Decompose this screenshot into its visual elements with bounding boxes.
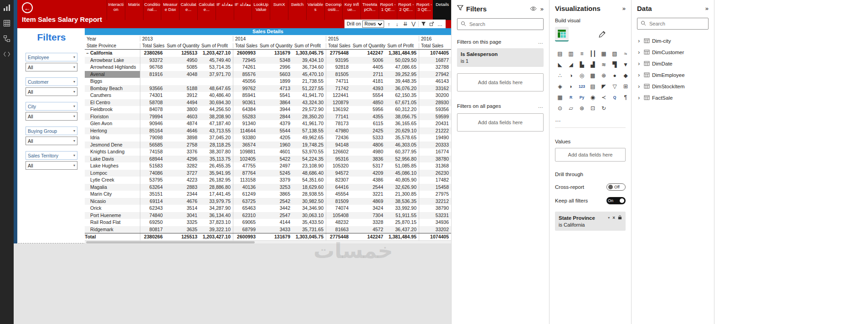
matrix-cell[interactable]: 4223 xyxy=(165,177,200,184)
matrix-cell[interactable]: 125513 xyxy=(165,50,200,57)
expand-all-levels-icon[interactable]: ⋁ xyxy=(410,20,417,27)
matrix-cell[interactable]: 58708 xyxy=(140,99,165,106)
matrix-cell[interactable]: 2497 xyxy=(258,162,293,170)
table-row[interactable]: Avenal 81916 4048 37,971.70 85576 5603 4… xyxy=(85,71,451,78)
treemap-icon[interactable]: ▩ xyxy=(588,71,598,81)
matrix-cell[interactable]: 26,182.95 xyxy=(200,177,233,184)
matrix-cell[interactable]: 35,731.65 xyxy=(293,226,326,233)
page-nav-tab[interactable]: Key Influe... xyxy=(342,0,360,20)
chevron-right-icon[interactable]: › xyxy=(638,61,642,66)
chevron-right-icon[interactable]: › xyxy=(638,38,642,44)
matrix-cell[interactable]: 74840 xyxy=(140,212,165,219)
matrix-cell[interactable]: 27975 xyxy=(419,191,451,198)
matrix-cell[interactable]: 28,118.25 xyxy=(200,142,233,149)
matrix-cell[interactable]: 79994 xyxy=(140,113,165,121)
matrix-cell[interactable]: 19,748.25 xyxy=(293,142,326,149)
matrix-cell[interactable]: 52,956.80 xyxy=(385,156,419,163)
matrix-cell[interactable]: 39,252.95 xyxy=(385,71,419,78)
matrix-cell[interactable]: 27942 xyxy=(419,71,451,78)
100-stacked-column-chart-icon[interactable]: ▧ xyxy=(610,49,620,59)
area-chart-icon[interactable]: ◣ xyxy=(555,60,565,70)
row-header-cell[interactable]: Arrowhead Highlands xyxy=(85,64,140,71)
matrix-cell[interactable]: 35,113.75 xyxy=(200,156,233,163)
page-nav-tab[interactable]: Matrix xyxy=(125,0,143,20)
matrix-cell[interactable] xyxy=(200,78,233,85)
matrix-cell[interactable]: 41,961.70 xyxy=(293,120,326,127)
matrix-cell[interactable]: 38790 xyxy=(419,205,451,212)
slicer-header[interactable]: City ▾ xyxy=(26,102,77,111)
matrix-cell[interactable]: 4601 xyxy=(258,148,293,156)
table-row[interactable]: Lytle Creek 53795 4223 26,182.95 113158 … xyxy=(85,177,451,184)
matrix-cell[interactable]: 37,971.70 xyxy=(200,71,233,78)
matrix-cell[interactable]: 120879 xyxy=(326,99,351,106)
column-header[interactable]: Sum of Profit xyxy=(200,43,233,48)
matrix-cell[interactable]: 31368 xyxy=(419,162,451,170)
page-nav-tab[interactable]: Calculate... xyxy=(197,0,216,20)
matrix-cell[interactable]: 18,629.60 xyxy=(293,184,326,191)
row-header-cell[interactable]: Caruthers xyxy=(85,92,140,99)
metrics-icon[interactable]: ⊙ xyxy=(555,103,565,113)
row-header-cell[interactable]: Floriston xyxy=(85,113,140,121)
page-nav-tab[interactable]: Report -3 QE... xyxy=(415,0,433,20)
page-nav-tab[interactable]: Switch xyxy=(288,0,306,20)
matrix-cell[interactable]: 2758 xyxy=(165,142,200,149)
filter-icon[interactable] xyxy=(420,20,427,27)
page-nav-tab[interactable]: Conditional... xyxy=(143,0,161,20)
matrix-cell[interactable]: 5544 xyxy=(258,127,293,135)
matrix-cell[interactable]: 28,938.55 xyxy=(293,191,326,198)
matrix-cell[interactable]: 55283 xyxy=(233,113,258,121)
matrix-cell[interactable]: 35151 xyxy=(140,191,165,198)
matrix-cell[interactable]: 72436 xyxy=(326,134,351,142)
matrix-cell[interactable]: 62310 xyxy=(233,212,258,219)
matrix-cell[interactable]: 48,647.65 xyxy=(200,85,233,92)
row-header-cell[interactable]: Avenal xyxy=(85,71,140,78)
table-row[interactable]: Orick 62343 3514 34,287.90 65463 3442 34… xyxy=(85,205,451,212)
row-header-cell[interactable]: Nicasio xyxy=(85,198,140,205)
matrix-cell[interactable]: 1,381,484.95 xyxy=(385,50,419,57)
matrix-cell[interactable]: 40,486.40 xyxy=(200,92,233,99)
table-row[interactable]: El Centro 58708 4494 30,694.30 90361 386… xyxy=(85,99,451,106)
slicer-dropdown[interactable]: All ▾ xyxy=(26,112,77,121)
matrix-cell[interactable]: 2996 xyxy=(258,64,293,71)
matrix-cell[interactable]: 26230 xyxy=(419,170,451,177)
row-header-cell[interactable]: Marin City xyxy=(85,191,140,198)
matrix-cell[interactable]: 105320 xyxy=(326,162,351,170)
matrix-cell[interactable]: 74261 xyxy=(233,64,258,71)
matrix-cell[interactable]: 5188 xyxy=(165,85,200,92)
multi-row-card-icon[interactable]: ▤ xyxy=(588,81,598,91)
row-header-cell[interactable]: Lake Davis xyxy=(85,156,140,163)
row-header-cell[interactable]: Herlong xyxy=(85,127,140,135)
table-row[interactable]: Knights Landing 74158 3376 38,307.80 109… xyxy=(85,148,451,156)
smart-narrative-icon[interactable]: ¶ xyxy=(621,92,631,102)
slicer-dropdown[interactable]: All ▾ xyxy=(26,87,77,96)
row-header-cell[interactable]: Ridgemark xyxy=(85,226,140,233)
matrix-cell[interactable]: 85941 xyxy=(233,92,258,99)
add-data-fields-drop-zone[interactable]: Add data fields here xyxy=(457,113,544,132)
column-header[interactable]: Sum of Quantity xyxy=(165,43,200,48)
table-row[interactable]: −California 2380266 125513 1,203,427.10 … xyxy=(85,50,451,57)
waterfall-chart-icon[interactable]: ▜ xyxy=(610,60,620,70)
matrix-cell[interactable]: 136192 xyxy=(326,106,351,113)
matrix-cell[interactable]: 38,536.35 xyxy=(385,198,419,205)
matrix-cell[interactable]: 35,578.65 xyxy=(385,134,419,142)
row-header-cell[interactable]: Magalia xyxy=(85,184,140,191)
matrix-cell[interactable]: 38,307.80 xyxy=(200,148,233,156)
line-and-stacked-column-chart-icon[interactable]: ▙ xyxy=(577,60,587,70)
line-chart-icon[interactable]: ≈ xyxy=(621,49,631,59)
matrix-cell[interactable]: 43,713.55 xyxy=(200,127,233,135)
stacked-column-chart-icon[interactable]: ▥ xyxy=(566,49,576,59)
matrix-cell[interactable]: 2380266 xyxy=(140,233,165,240)
matrix-cell[interactable]: 94572 xyxy=(326,170,351,177)
row-header-cell[interactable]: Knights Landing xyxy=(85,148,140,156)
power-apps-icon[interactable]: ⊡ xyxy=(588,103,598,113)
matrix-cell[interactable]: 45,749.40 xyxy=(200,57,233,64)
matrix-cell[interactable]: 2544 xyxy=(351,184,385,191)
matrix-cell[interactable]: 5554 xyxy=(351,92,385,99)
shape-map-icon[interactable]: ◆ xyxy=(621,71,631,81)
page-nav-tab[interactable]: IF معادلة xyxy=(234,0,252,20)
matrix-cell[interactable]: 4181 xyxy=(351,78,385,85)
matrix-cell[interactable]: 54,224.35 xyxy=(293,156,326,163)
table-row[interactable]: Bombay Beach 93566 5188 48,647.65 99762 … xyxy=(85,85,451,92)
row-header-cell[interactable]: Port Hueneme xyxy=(85,212,140,219)
qa-visual-icon[interactable]: Q xyxy=(610,92,620,102)
